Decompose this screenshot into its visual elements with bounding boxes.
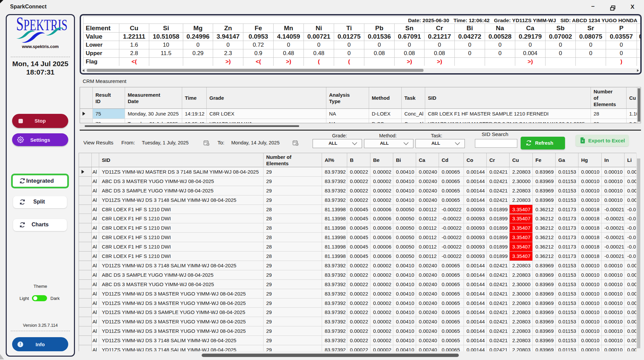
svg-text:x: x xyxy=(582,139,583,142)
